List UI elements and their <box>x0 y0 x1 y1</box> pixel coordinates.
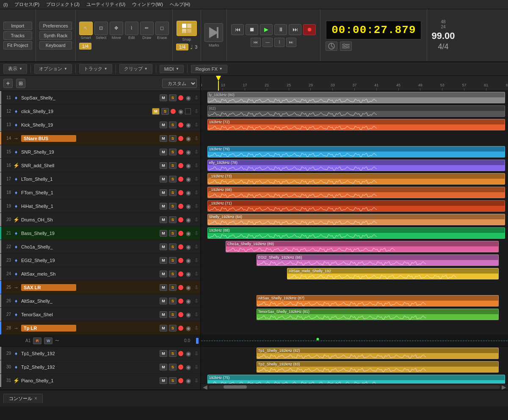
output-icon[interactable]: ◉ <box>186 377 191 384</box>
track-row[interactable]: 31⚡Piano_Shelly_1MS◉⇩ <box>0 374 200 387</box>
record-arm-button[interactable] <box>178 149 183 155</box>
view-menu[interactable]: 表示 ▼ <box>3 64 27 74</box>
console-close-button[interactable]: × <box>34 395 37 401</box>
arrange-track[interactable]: EGt2_Shelly_192kHz (66) <box>201 254 508 267</box>
menu-item-i[interactable]: (I) <box>3 2 8 7</box>
record-arm-button[interactable] <box>178 365 183 370</box>
expand-arrow-icon[interactable]: ⇩ <box>194 203 199 209</box>
track-menu[interactable]: トラック ▼ <box>79 64 112 74</box>
mute-button[interactable]: M <box>160 364 167 370</box>
solo-button[interactable]: S <box>169 122 177 128</box>
region-fx-menu[interactable]: Region FX ▼ <box>191 65 227 73</box>
arrange-track[interactable]: 192kHz (75) <box>201 374 508 384</box>
track-row[interactable]: 14→SNare BUSMS◉⇩ <box>0 132 200 145</box>
audio-clip[interactable]: Shelly_192kHz (64) <box>207 214 505 225</box>
arrange-track[interactable]: ly_192kHz (80) <box>201 91 508 105</box>
expand-arrow-icon[interactable]: ⇩ <box>194 149 199 155</box>
preferences-button[interactable]: Preferences <box>39 22 72 30</box>
track-row[interactable]: 22♦Cho1a_Shelly_MS◉⇩ <box>0 240 200 254</box>
mute-button[interactable]: M <box>160 350 167 357</box>
arrange-track[interactable]: Tp2_Shelly_192kHz (83) <box>201 360 508 374</box>
audio-clip[interactable]: 192kHz (88) <box>207 227 505 239</box>
meter-display[interactable]: 4/4 <box>438 42 449 51</box>
audio-clip[interactable]: 192kHz (79) <box>207 146 505 158</box>
mute-button[interactable]: M <box>160 216 167 223</box>
move-tool-icon[interactable]: ✥ <box>110 22 123 35</box>
smpte-icon[interactable] <box>326 41 337 51</box>
arrange-track[interactable]: 192kHz (72) <box>201 118 508 132</box>
track-row[interactable]: 28→Tp LRMS◉⇩ <box>0 321 200 335</box>
audio-clip[interactable]: _192kHz (73) <box>207 173 505 185</box>
go-end-button[interactable]: ⏭ <box>286 38 296 47</box>
track-row[interactable]: 19♦HiHat_Shelly_1MS◉⇩ <box>0 199 200 213</box>
expand-arrow-icon[interactable]: ⇩ <box>194 325 199 331</box>
edit-tool-icon[interactable]: ⌇ <box>125 22 138 35</box>
output-icon[interactable]: ◉ <box>186 216 191 223</box>
auto-write-button[interactable]: W <box>44 337 52 344</box>
arrange-track[interactable]: AltSax_Shelly_192kHz (87) <box>201 294 508 308</box>
arrange-track[interactable]: 192kHz (79) <box>201 145 508 159</box>
solo-button[interactable]: S <box>169 203 177 210</box>
output-icon[interactable]: ◉ <box>186 298 191 304</box>
audio-clip[interactable]: Cho1a_Shelly_192kHz (89) <box>226 241 499 252</box>
arrange-track[interactable]: _192kHz (73) <box>201 172 508 186</box>
mute-button[interactable]: M <box>160 230 167 237</box>
midi-menu[interactable]: MIDI ▼ <box>160 65 184 73</box>
arrange-track[interactable]: Cho1a_Shelly_192kHz (89) <box>201 240 508 254</box>
expand-arrow-icon[interactable]: ⇩ <box>194 378 199 384</box>
smart-tool-icon[interactable]: ↖ <box>79 22 93 35</box>
mute-button[interactable]: M <box>160 325 167 332</box>
record-arm-button[interactable] <box>178 326 183 331</box>
solo-button[interactable]: S <box>169 311 177 318</box>
record-arm-button[interactable] <box>178 285 183 290</box>
synth-rack-button[interactable]: Synth Rack <box>39 31 72 40</box>
expand-arrow-icon[interactable]: ⇩ <box>194 135 199 141</box>
record-arm-button[interactable] <box>178 378 183 383</box>
menu-item-window[interactable]: ウィンドウ(W) <box>132 1 163 8</box>
track-row[interactable]: 25→SAX LRMS◉⇩ <box>0 281 200 294</box>
settings-icon[interactable] <box>340 41 352 51</box>
record-arm-button[interactable] <box>178 177 183 182</box>
mute-button[interactable]: M <box>160 243 167 250</box>
auto-read-button[interactable]: R <box>33 337 41 344</box>
record-arm-button[interactable] <box>178 217 183 222</box>
output-icon[interactable]: ◉ <box>186 122 191 128</box>
output-icon[interactable]: ◉ <box>186 149 191 155</box>
import-button[interactable]: Import <box>3 22 32 30</box>
mute-button[interactable]: M <box>160 189 167 196</box>
solo-button[interactable]: S <box>169 284 177 291</box>
scrollbar-thumb[interactable] <box>224 385 247 389</box>
menu-item-utility[interactable]: ユーティリティ(U) <box>86 1 125 8</box>
record-arm-button[interactable] <box>178 95 183 100</box>
output-icon[interactable]: ◉ <box>186 189 191 196</box>
snap-value[interactable]: 1/4 <box>176 44 188 50</box>
scrollbar-track[interactable] <box>209 385 500 389</box>
arrange-track[interactable]: Shelly_192kHz (64) <box>201 213 508 227</box>
output-icon[interactable]: ◉ <box>186 176 191 182</box>
menu-item-help[interactable]: ヘルプ(H) <box>170 1 190 8</box>
expand-arrow-icon[interactable]: ⇩ <box>194 351 199 356</box>
output-icon[interactable]: ◉ <box>186 284 191 291</box>
solo-button[interactable]: S <box>169 271 177 277</box>
marks-icon[interactable] <box>204 23 223 42</box>
keyboard-button[interactable]: Keyboard <box>39 41 72 50</box>
solo-button[interactable]: S <box>169 350 177 357</box>
arrange-track[interactable]: Tp1_Shelly_192kHz (82) <box>201 347 508 360</box>
output-icon[interactable]: ◉ <box>186 243 191 250</box>
expand-arrow-icon[interactable]: ⇩ <box>194 257 199 263</box>
track-row[interactable]: 12♦click_Shelly_19MS◉⇩ <box>0 105 200 118</box>
audio-clip[interactable]: (62) <box>207 105 505 117</box>
record-arm-button[interactable] <box>178 204 183 209</box>
mute-button[interactable]: M <box>160 284 167 291</box>
rewind-button[interactable]: ⏮ <box>231 24 244 35</box>
output-icon[interactable]: ◉ <box>186 203 191 210</box>
output-icon[interactable]: ◉ <box>186 162 191 169</box>
minus-button[interactable]: — <box>262 38 273 47</box>
stop-button[interactable]: ⏹ <box>246 24 258 35</box>
mute-button[interactable]: M <box>160 162 167 169</box>
snap-icon[interactable]: TO BY <box>177 21 197 36</box>
audio-clip[interactable]: ly_192kHz (80) <box>207 92 505 103</box>
audio-clip[interactable]: EGt2_Shelly_192kHz (66) <box>257 254 499 266</box>
solo-button[interactable]: S <box>169 364 177 370</box>
solo-button[interactable]: S <box>169 149 177 155</box>
